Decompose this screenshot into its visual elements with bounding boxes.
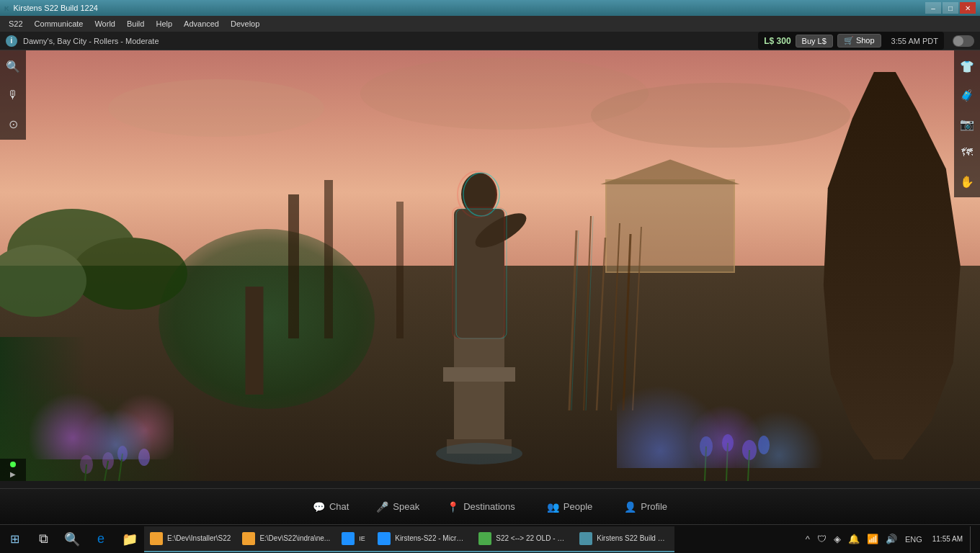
svg-rect-4 [454, 209, 504, 338]
s22-chat-text: S22 <--> 22 OLD - Fol... [496, 534, 568, 542]
search-icon[interactable]: 🔍 [3, 56, 23, 76]
windows-start-button[interactable]: ⊞ [0, 525, 29, 553]
volume-systray-icon[interactable]: 🔊 [883, 534, 899, 544]
open-app-ie[interactable]: IE [336, 526, 372, 552]
svg-line-9 [584, 216, 591, 410]
svg-rect-1 [443, 367, 515, 382]
left-sidebar-bottom: ▶ [0, 459, 26, 481]
svg-rect-0 [454, 324, 504, 454]
language-indicator[interactable]: ENG [902, 535, 925, 544]
greenhouse [605, 179, 735, 273]
svg-rect-21 [396, 202, 404, 338]
menu-advanced[interactable]: Advanced [178, 16, 225, 32]
location-toggle-knob [953, 36, 963, 46]
destinations-tab-label: Destinations [463, 501, 515, 512]
task-view-icon: ⧉ [39, 531, 48, 547]
explorer1-text: E:\Dev\Installer\S22 [167, 534, 231, 542]
flowers-left [30, 387, 174, 459]
people-tab-icon: 👥 [547, 501, 559, 513]
destinations-tab[interactable]: 📍 Destinations [432, 497, 530, 517]
people-tab[interactable]: 👥 People [533, 497, 607, 517]
svg-line-14 [571, 230, 579, 410]
people-tab-label: People [564, 501, 592, 512]
menu-communicate[interactable]: Communicate [29, 16, 89, 32]
show-desktop-button[interactable] [970, 526, 974, 552]
minimap-icon[interactable]: 🗺 [957, 143, 977, 163]
show-hidden-icons-button[interactable]: ^ [803, 534, 812, 544]
antivirus-systray-icon[interactable]: 🛡 [815, 534, 829, 544]
snapshot-icon[interactable]: 📷 [957, 114, 977, 134]
left-sidebar: 🔍 🎙 ⊙ [0, 50, 26, 140]
location-toggle[interactable] [953, 35, 974, 47]
svg-rect-7 [456, 209, 507, 338]
system-tray: ^ 🛡 ◈ 🔔 📶 🔊 ENG 11:55 AM [803, 526, 980, 552]
speak-button[interactable]: 🎤 Speak [366, 497, 429, 517]
open-app-kirstens-build[interactable]: Kirstens S22 Build 1224 [574, 526, 674, 552]
titlebar-title: Kirstens S22 Build 1224 [14, 4, 98, 12]
appearance-icon[interactable]: 👕 [957, 56, 977, 76]
speak-label: Speak [393, 501, 419, 512]
s22-chat-icon [478, 532, 491, 545]
shop-button[interactable]: 🛒 Shop [837, 34, 881, 48]
edge-icon: e [97, 531, 104, 547]
maximize-button[interactable]: □ [943, 2, 958, 14]
menu-develop[interactable]: Develop [225, 16, 265, 32]
titlebar-left: K Kirstens S22 Build 1224 [4, 3, 98, 13]
scene-canvas [0, 50, 980, 481]
titlebar-app-icon: K [4, 3, 9, 13]
open-app-s22-chat[interactable]: S22 <--> 22 OLD - Fol... [473, 526, 574, 552]
expand-arrow-icon[interactable]: ▶ [10, 470, 16, 478]
menu-build[interactable]: Build [121, 16, 150, 32]
explorer2-text: E:\Dev\S22\indra\ne... [259, 534, 330, 542]
inventory-icon[interactable]: 🧳 [957, 85, 977, 105]
microphone-icon[interactable]: 🎙 [3, 85, 23, 105]
network-systray-icon[interactable]: 📶 [865, 534, 881, 544]
svg-rect-24 [453, 207, 504, 338]
folder-icon: 📁 [122, 531, 138, 547]
profile-tab[interactable]: 👤 Profile [610, 497, 682, 517]
menu-world[interactable]: World [89, 16, 121, 32]
explorer2-icon [242, 532, 255, 545]
greenhouse-roof [600, 159, 741, 184]
menu-s22[interactable]: S22 [3, 16, 29, 32]
viewport [0, 50, 980, 481]
svg-point-5 [471, 207, 531, 254]
explorer1-icon [150, 532, 163, 545]
taskbar-search-button[interactable]: 🔍 [58, 525, 86, 553]
minimize-button[interactable]: – [925, 2, 941, 14]
open-app-kirstens-ms[interactable]: Kirstens-S22 - Micros... [372, 526, 473, 552]
edge-browser-taskbar[interactable]: e [86, 525, 115, 553]
build-icon[interactable]: ✋ [957, 171, 977, 192]
chat-tab[interactable]: 💬 Chat [298, 497, 363, 517]
willow-trunk [245, 287, 263, 395]
open-app-explorer2[interactable]: E:\Dev\S22\indra\ne... [236, 526, 336, 552]
svg-line-10 [597, 238, 605, 410]
buy-linden-button[interactable]: Buy L$ [796, 35, 833, 48]
target-icon[interactable]: ⊙ [3, 114, 23, 134]
svg-point-3 [461, 173, 497, 216]
svg-point-23 [458, 171, 496, 217]
svg-rect-2 [447, 439, 512, 454]
kirstens-ms-text: Kirstens-S22 - Micros... [395, 534, 467, 542]
svg-point-16 [7, 209, 137, 295]
active-status-dot [10, 462, 16, 467]
ie-icon [342, 532, 355, 545]
kirstens-build-text: Kirstens S22 Build 1224 [597, 534, 669, 542]
windows-logo-icon: ⊞ [10, 532, 19, 546]
speak-icon: 🎤 [376, 501, 388, 513]
menubar: S22 Communicate World Build Help Advance… [0, 16, 980, 32]
titlebar: K Kirstens S22 Build 1224 – □ ✕ [0, 0, 980, 16]
taskbar-search-icon: 🔍 [64, 531, 80, 547]
file-explorer-taskbar[interactable]: 📁 [115, 525, 144, 553]
sl-taskbar: 💬 Chat 🎤 Speak 📍 Destinations 👥 People 👤… [0, 488, 980, 524]
svg-point-39 [108, 79, 324, 137]
close-button[interactable]: ✕ [960, 2, 976, 14]
task-view-button[interactable]: ⧉ [29, 525, 58, 553]
system-clock[interactable]: 11:55 AM [928, 534, 967, 544]
open-app-explorer1[interactable]: E:\Dev\Installer\S22 [144, 526, 236, 552]
menu-help[interactable]: Help [150, 16, 178, 32]
willow-tree [245, 287, 263, 395]
dropbox-systray-icon[interactable]: ◈ [832, 534, 843, 544]
notifications-systray-icon[interactable]: 🔔 [846, 534, 862, 544]
right-sidebar: 👕 🧳 📷 🗺 ✋ [954, 50, 980, 197]
